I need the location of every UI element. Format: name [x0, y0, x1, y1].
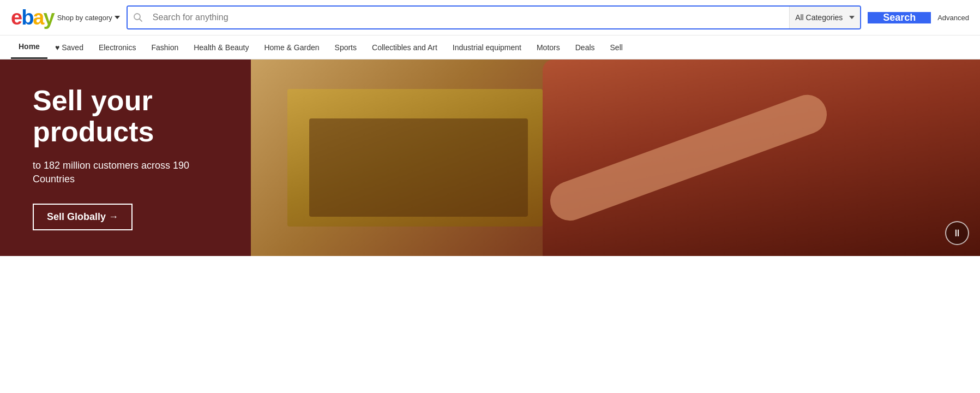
search-input[interactable]: [148, 7, 789, 28]
search-icon: [128, 7, 148, 28]
search-button[interactable]: Search: [868, 12, 931, 23]
bottom-content-area: [0, 256, 980, 365]
logo-area: ebay Shop by category: [11, 7, 120, 28]
nav-item-fashion[interactable]: Fashion: [143, 37, 186, 58]
nav-item-health-beauty[interactable]: Health & Beauty: [186, 37, 256, 58]
nav-item-sell[interactable]: Sell: [603, 37, 630, 58]
category-select[interactable]: All Categories: [789, 7, 860, 28]
nav-bar: Home ♥ Saved Electronics Fashion Health …: [0, 35, 980, 59]
nav-item-saved[interactable]: ♥ Saved: [47, 37, 91, 58]
person-silhouette: [543, 59, 980, 256]
nav-item-motors[interactable]: Motors: [529, 37, 568, 58]
sell-globally-button[interactable]: Sell Globally →: [33, 204, 133, 230]
advanced-search-link[interactable]: Advanced: [937, 14, 969, 22]
header: ebay Shop by category All Categories Sea…: [0, 0, 980, 35]
nav-item-industrial[interactable]: Industrial equipment: [445, 37, 529, 58]
chevron-down-icon: [115, 16, 120, 19]
svg-line-1: [139, 19, 142, 22]
nav-item-home-garden[interactable]: Home & Garden: [256, 37, 327, 58]
heart-icon: ♥: [55, 43, 59, 52]
shop-by-category-button[interactable]: Shop by category: [57, 14, 120, 22]
nav-item-sports[interactable]: Sports: [327, 37, 364, 58]
hero-banner: Sell your products to 182 million custom…: [0, 59, 980, 256]
nav-item-home[interactable]: Home: [11, 35, 47, 59]
nav-item-deals[interactable]: Deals: [568, 37, 603, 58]
nav-item-collectibles[interactable]: Collectibles and Art: [364, 37, 445, 58]
ebay-logo[interactable]: ebay: [11, 7, 54, 28]
hero-subtitle: to 182 million customers across 190 Coun…: [33, 159, 218, 186]
box-label: [309, 118, 528, 217]
hero-title: Sell your products: [33, 85, 218, 147]
nav-item-electronics[interactable]: Electronics: [91, 37, 143, 58]
pause-button[interactable]: ⏸: [945, 221, 969, 245]
hero-image-area: ⏸: [251, 59, 980, 256]
search-bar: All Categories: [127, 5, 861, 29]
hero-left-panel: Sell your products to 182 million custom…: [0, 59, 251, 256]
